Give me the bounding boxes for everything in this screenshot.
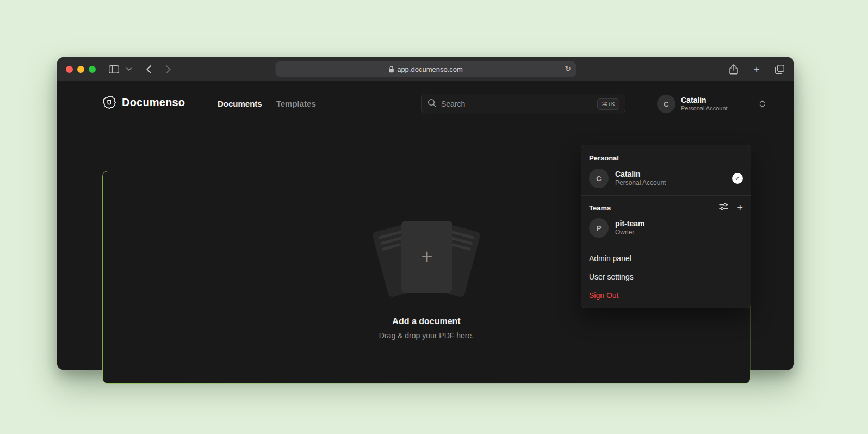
new-tab-icon[interactable]: + — [751, 63, 762, 75]
desktop-background: app.documenso.com ↻ + Documenso — [0, 0, 868, 434]
browser-titlebar: app.documenso.com ↻ + — [57, 57, 794, 81]
fullscreen-window-button[interactable] — [89, 66, 96, 73]
nav-documents[interactable]: Documents — [218, 99, 262, 108]
personal-account-subtitle: Personal Account — [615, 179, 666, 187]
sidebar-toggle-icon[interactable] — [108, 63, 120, 75]
avatar: C — [657, 95, 675, 113]
team-role: Owner — [615, 228, 644, 237]
brand-name: Documenso — [122, 96, 185, 109]
account-menu-button[interactable]: C Catalin Personal Account — [657, 95, 765, 113]
team-name: pit-team — [615, 219, 644, 229]
menu-item-user-settings[interactable]: User settings — [581, 268, 751, 286]
menu-divider — [581, 195, 751, 196]
teams-section-label: Teams — [589, 204, 611, 212]
search-box[interactable]: ⌘+K — [421, 94, 625, 114]
illustration-card-center: + — [401, 221, 452, 293]
dropzone-subtitle: Drag & drop your PDF here. — [379, 331, 474, 340]
dropzone-title: Add a document — [392, 317, 460, 326]
forward-button-icon[interactable] — [162, 63, 174, 75]
share-icon[interactable] — [728, 63, 740, 75]
personal-account-name: Catalin — [615, 170, 666, 179]
url-text: app.documenso.com — [397, 65, 463, 73]
titlebar-right-controls: + — [728, 57, 785, 81]
menu-item-sign-out[interactable]: Sign Out — [581, 286, 751, 305]
search-icon — [427, 98, 436, 109]
documenso-logo-icon — [102, 95, 116, 109]
menu-divider — [581, 245, 751, 245]
personal-account-item[interactable]: C Catalin Personal Account ✓ — [581, 165, 751, 191]
minimize-window-button[interactable] — [77, 66, 84, 73]
avatar: C — [589, 169, 609, 188]
search-input[interactable] — [441, 100, 597, 108]
personal-section-label: Personal — [581, 150, 751, 165]
menu-item-admin-panel[interactable]: Admin panel — [581, 249, 751, 268]
chevron-up-down-icon — [759, 100, 765, 108]
account-subtitle: Personal Account — [681, 105, 728, 112]
manage-teams-icon[interactable] — [719, 203, 728, 213]
account-dropdown-menu: Personal C Catalin Personal Account ✓ Te… — [581, 145, 751, 308]
plus-icon: + — [421, 247, 432, 266]
refresh-icon[interactable]: ↻ — [565, 64, 571, 73]
team-item[interactable]: P pit-team Owner — [581, 215, 751, 241]
titlebar-left-controls — [108, 63, 174, 75]
avatar: P — [589, 218, 609, 238]
chevron-down-icon[interactable] — [123, 63, 135, 75]
traffic-lights — [57, 66, 96, 73]
app-content: Documenso Documents Templates ⌘+K C Cata… — [57, 81, 794, 370]
create-team-icon[interactable]: + — [737, 203, 743, 213]
teams-section-header: Teams + — [581, 200, 751, 215]
close-window-button[interactable] — [66, 66, 73, 73]
back-button-icon[interactable] — [142, 63, 154, 75]
address-bar[interactable]: app.documenso.com ↻ — [275, 61, 576, 77]
browser-window: app.documenso.com ↻ + Documenso — [57, 57, 794, 370]
account-name: Catalin — [681, 96, 728, 105]
search-shortcut-badge: ⌘+K — [597, 98, 619, 110]
documents-illustration: + — [367, 215, 486, 302]
main-nav: Documents Templates — [218, 99, 316, 108]
brand[interactable]: Documenso — [102, 95, 185, 109]
tab-overview-icon[interactable] — [773, 63, 785, 75]
check-icon: ✓ — [732, 173, 743, 184]
nav-templates[interactable]: Templates — [276, 99, 316, 108]
lock-icon — [388, 66, 394, 73]
